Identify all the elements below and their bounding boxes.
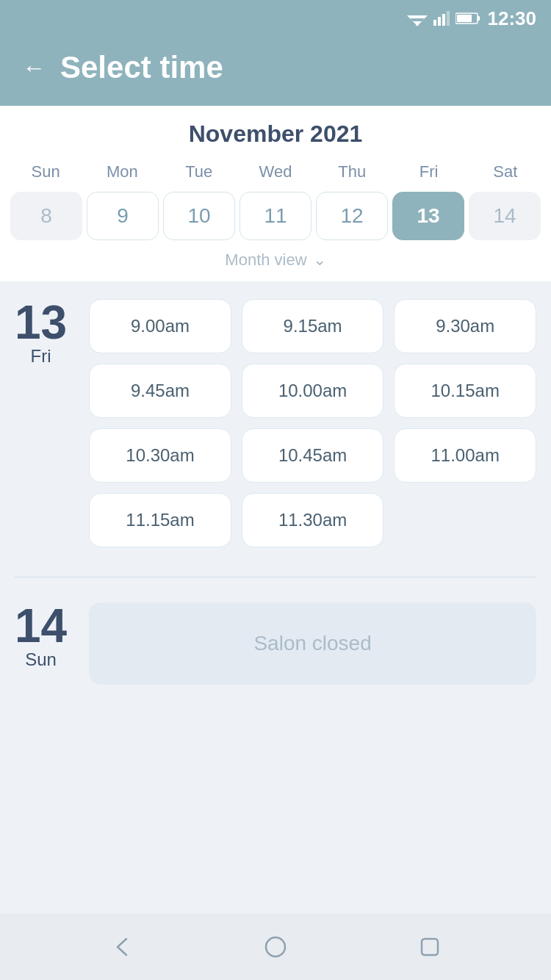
day-13-time-grid: 9.00am 9.15am 9.30am 9.45am 10.00am 10.1… [89, 299, 536, 547]
status-bar: 12:30 [0, 0, 551, 37]
time-slots-area: 13 Fri 9.00am 9.15am 9.30am 9.45am 10.00… [0, 281, 551, 914]
weekday-tue: Tue [161, 159, 237, 184]
home-nav-icon [262, 933, 289, 961]
nav-recents-button[interactable] [416, 933, 444, 961]
svg-rect-12 [422, 939, 438, 955]
month-view-label: Month view [225, 251, 306, 270]
month-view-toggle[interactable]: Month view ⌄ [7, 240, 544, 274]
day-14-name: Sun [25, 649, 57, 670]
calendar: November 2021 Sun Mon Tue Wed Thu Fri Sa… [0, 106, 551, 281]
bottom-nav [0, 914, 551, 980]
svg-point-11 [266, 937, 285, 956]
status-icons [407, 11, 480, 26]
weekday-thu: Thu [314, 159, 390, 184]
slot-900am[interactable]: 9.00am [89, 299, 231, 353]
svg-rect-4 [433, 20, 436, 26]
back-nav-icon [107, 933, 135, 961]
slot-1000am[interactable]: 10.00am [242, 364, 384, 418]
page-title: Select time [60, 50, 223, 85]
day-14-section: 14 Sun Salon closed [0, 585, 551, 692]
back-button[interactable]: ← [22, 56, 46, 79]
svg-rect-7 [447, 11, 450, 26]
svg-rect-5 [438, 17, 441, 26]
slot-1030am[interactable]: 10.30am [89, 428, 231, 483]
slot-1015am[interactable]: 10.15am [394, 364, 536, 418]
day-14-number-block: 14 Sun [15, 602, 67, 670]
weekday-sun: Sun [7, 159, 84, 184]
slot-915am[interactable]: 9.15am [242, 299, 384, 353]
slot-1130am[interactable]: 11.30am [242, 493, 384, 547]
weekday-wed: Wed [237, 159, 314, 184]
day-13-number-block: 13 Fri [15, 299, 67, 367]
slot-1115am[interactable]: 11.15am [89, 493, 231, 547]
slot-1100am[interactable]: 11.00am [394, 428, 536, 483]
svg-rect-6 [442, 14, 445, 26]
date-14[interactable]: 14 [469, 192, 541, 240]
day-13-number: 13 [15, 299, 67, 346]
date-9[interactable]: 9 [87, 192, 159, 240]
weekday-fri: Fri [390, 159, 467, 184]
weekday-sat: Sat [467, 159, 544, 184]
svg-rect-10 [457, 15, 472, 22]
signal-icon [433, 11, 450, 26]
slot-1045am[interactable]: 10.45am [242, 428, 384, 483]
day-13-section: 13 Fri 9.00am 9.15am 9.30am 9.45am 10.00… [0, 281, 551, 569]
chevron-down-icon: ⌄ [313, 251, 326, 270]
date-13[interactable]: 13 [392, 192, 464, 240]
wifi-icon [407, 11, 428, 26]
month-year: November 2021 [7, 120, 544, 148]
status-time: 12:30 [488, 7, 537, 30]
date-11[interactable]: 11 [240, 192, 311, 240]
slot-945am[interactable]: 9.45am [89, 364, 231, 418]
date-row: 8 9 10 11 12 13 14 [7, 192, 544, 240]
salon-closed-box: Salon closed [89, 602, 536, 685]
day-14-number: 14 [15, 602, 67, 649]
recents-nav-icon [416, 933, 444, 961]
date-10[interactable]: 10 [163, 192, 235, 240]
day-13-name: Fri [31, 346, 51, 367]
weekday-mon: Mon [84, 159, 160, 184]
app-header: ← Select time [0, 37, 551, 106]
battery-icon [455, 12, 480, 25]
date-12[interactable]: 12 [316, 192, 388, 240]
day-divider [15, 577, 536, 577]
nav-home-button[interactable] [262, 933, 289, 961]
date-8[interactable]: 8 [10, 192, 82, 240]
day-13-header: 13 Fri 9.00am 9.15am 9.30am 9.45am 10.00… [15, 299, 536, 547]
nav-back-button[interactable] [107, 933, 135, 961]
weekday-row: Sun Mon Tue Wed Thu Fri Sat [7, 159, 544, 184]
salon-closed-label: Salon closed [253, 632, 371, 655]
svg-rect-9 [478, 16, 480, 21]
slot-930am[interactable]: 9.30am [394, 299, 536, 353]
